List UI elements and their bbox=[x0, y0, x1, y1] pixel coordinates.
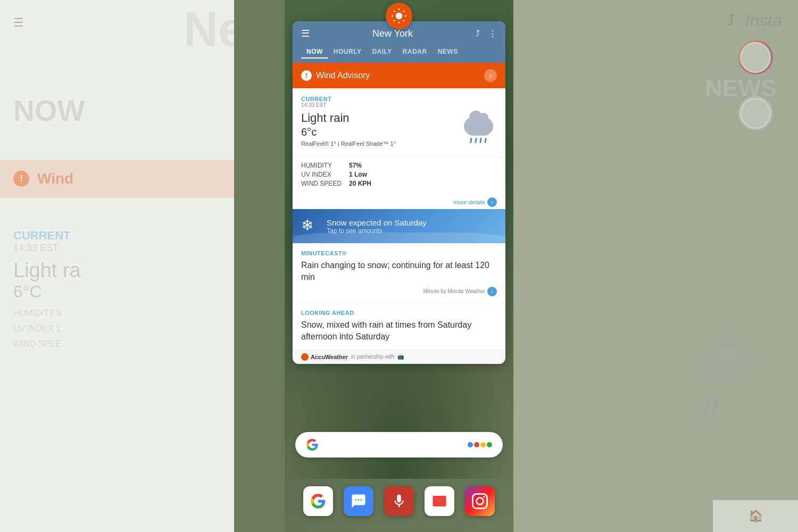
current-left: Light rain 6°c RealFeel® 1° | RealFeel S… bbox=[301, 111, 396, 147]
bg-now-text: NOW bbox=[13, 94, 221, 128]
bg-current-time: 14:33 EST bbox=[13, 243, 81, 254]
current-details: HUMIDITY 57% UV INDEX 1 Low WIND SPEED 2… bbox=[293, 157, 505, 195]
bg-details-text: HUMIDITY 5 UV INDEX 1 WIND SPEE bbox=[13, 306, 81, 352]
more-options-icon[interactable]: ⋮ bbox=[488, 29, 497, 39]
menu-button[interactable]: ☰ bbox=[301, 28, 310, 39]
sun-icon bbox=[391, 8, 407, 24]
advisory-arrow-icon: › bbox=[484, 69, 497, 82]
uv-index-row: UV INDEX 1 Low bbox=[301, 171, 497, 178]
bg-rain-decoration: // bbox=[702, 389, 766, 426]
rain-drop-1 bbox=[470, 137, 472, 143]
current-condition: Light rain bbox=[301, 111, 396, 125]
accu-partner-logo: 📺 bbox=[397, 354, 404, 360]
humidity-row: HUMIDITY 57% bbox=[301, 162, 497, 169]
bg-ne-text: Ne bbox=[184, 5, 234, 53]
accu-partner-text: in partnership with bbox=[351, 354, 394, 360]
header-icons: ⤴ ⋮ bbox=[476, 29, 497, 39]
bg-right-top: ⤴ Insta bbox=[727, 11, 782, 30]
advisory-left: ! Wind Advisory bbox=[301, 70, 370, 81]
bg-temp-text: 6°C bbox=[13, 282, 81, 302]
google-assistant-dots bbox=[468, 442, 492, 447]
card-footer: AccuWeather in partnership with 📺 bbox=[293, 350, 505, 364]
snowflake-icon: ❄ bbox=[301, 217, 320, 236]
tab-news[interactable]: NEWS bbox=[433, 46, 463, 59]
snow-text: Snow expected on Saturday Tap to see amo… bbox=[327, 218, 427, 235]
phone-wrapper: ☰ New York ⤴ ⋮ NOW HOURLY DAILY RADAR NE… bbox=[277, 0, 521, 532]
dock-google-app[interactable] bbox=[303, 486, 333, 516]
more-details-text: more details bbox=[453, 199, 485, 205]
current-time: 14:33 EST bbox=[301, 102, 497, 108]
minutecast-arrow-icon: › bbox=[487, 287, 497, 296]
uv-index-value: 1 Low bbox=[349, 171, 367, 178]
phone-screen: ☰ New York ⤴ ⋮ NOW HOURLY DAILY RADAR NE… bbox=[285, 0, 513, 532]
current-label: CURRENT bbox=[301, 96, 497, 102]
temp-unit: c bbox=[311, 126, 317, 138]
tab-hourly[interactable]: HOURLY bbox=[328, 46, 367, 59]
uv-index-label: UV INDEX bbox=[301, 171, 349, 178]
bg-cloud-decoration: // bbox=[702, 346, 766, 426]
current-temp: 6°c bbox=[301, 126, 396, 138]
accu-dot bbox=[301, 353, 309, 361]
share-icon[interactable]: ⤴ bbox=[476, 29, 480, 39]
svg-line-8 bbox=[403, 11, 404, 12]
minutecast-section: MINUTECAST® Rain changing to snow; conti… bbox=[293, 243, 505, 303]
humidity-value: 57% bbox=[349, 162, 362, 169]
background-left-panel: ☰ Ne NOW ! Wind CURRENT 14:33 EST Light … bbox=[0, 0, 234, 532]
advisory-warning-icon: ! bbox=[301, 70, 312, 81]
dock-gmail-app[interactable] bbox=[425, 486, 454, 516]
looking-ahead-text: Snow, mixed with rain at times from Satu… bbox=[301, 319, 497, 343]
tab-now[interactable]: NOW bbox=[301, 46, 328, 59]
snow-banner[interactable]: ❄ Snow expected on Saturday Tap to see a… bbox=[293, 209, 505, 243]
wind-speed-label: WIND SPEED bbox=[301, 180, 349, 187]
weather-condition-icon bbox=[460, 111, 497, 148]
bg-story-1 bbox=[738, 40, 773, 74]
looking-ahead-section: LOOKING AHEAD Snow, mixed with rain at t… bbox=[293, 303, 505, 350]
svg-point-0 bbox=[396, 13, 403, 20]
svg-line-3 bbox=[394, 11, 395, 12]
bg-advisory-strip: ! Wind bbox=[0, 160, 234, 198]
card-nav: NOW HOURLY DAILY RADAR NEWS bbox=[293, 46, 505, 63]
wind-advisory-banner[interactable]: ! Wind Advisory › bbox=[293, 63, 505, 88]
bg-insta-text: Insta bbox=[745, 11, 782, 30]
weather-card: ☰ New York ⤴ ⋮ NOW HOURLY DAILY RADAR NE… bbox=[293, 21, 505, 364]
snow-title: Snow expected on Saturday bbox=[327, 218, 427, 227]
tab-radar[interactable]: RADAR bbox=[397, 46, 433, 59]
rain-drop-4 bbox=[484, 137, 487, 143]
google-dot-blue bbox=[468, 442, 473, 447]
snow-subtitle: Tap to see amounts bbox=[327, 227, 427, 235]
google-dot-green bbox=[487, 442, 492, 447]
accuweather-logo: AccuWeather bbox=[301, 353, 348, 361]
tab-daily[interactable]: DAILY bbox=[367, 46, 397, 59]
more-details-arrow: › bbox=[487, 197, 497, 207]
dock-messages-app[interactable] bbox=[344, 486, 373, 516]
rain-drop-3 bbox=[479, 137, 482, 143]
rain-drop-2 bbox=[475, 137, 477, 143]
realfeel-text: RealFeel® 1° | RealFeel Shade™ 1° bbox=[301, 140, 396, 147]
cloud-shape bbox=[464, 117, 493, 136]
google-search-bar[interactable] bbox=[295, 432, 503, 458]
dock-recorder-app[interactable] bbox=[384, 486, 414, 516]
wind-speed-row: WIND SPEED 20 KPH bbox=[301, 180, 497, 187]
current-section: CURRENT 14:33 EST Light rain 6°c RealFee… bbox=[293, 88, 505, 153]
google-dot-red bbox=[474, 442, 479, 447]
svg-line-4 bbox=[403, 20, 404, 21]
current-main: Light rain 6°c RealFeel® 1° | RealFeel S… bbox=[301, 111, 497, 148]
temp-value: 6° bbox=[301, 126, 311, 138]
looking-ahead-label: LOOKING AHEAD bbox=[301, 310, 497, 316]
rain-drops bbox=[470, 138, 486, 143]
more-details-link[interactable]: more details › bbox=[293, 195, 505, 209]
humidity-label: HUMIDITY bbox=[301, 162, 349, 169]
svg-line-7 bbox=[394, 20, 395, 21]
bg-bottom-nav: 🏠 bbox=[713, 500, 798, 532]
bg-condition-text: Light ra bbox=[13, 259, 81, 282]
minutecast-footer: Minute by Minute Weather › bbox=[301, 287, 497, 296]
dock-instagram-app[interactable] bbox=[465, 486, 495, 516]
bg-current-section: CURRENT 14:33 EST Light ra 6°C HUMIDITY … bbox=[13, 229, 81, 352]
minutecast-footer-text: Minute by Minute Weather bbox=[423, 288, 485, 294]
sun-logo bbox=[386, 3, 412, 29]
city-name: New York bbox=[372, 28, 413, 39]
minutecast-label: MINUTECAST® bbox=[301, 250, 497, 256]
minutecast-text: Rain changing to snow; continuing for at… bbox=[301, 260, 497, 284]
accu-text: AccuWeather bbox=[311, 354, 348, 360]
app-dock bbox=[303, 486, 495, 516]
